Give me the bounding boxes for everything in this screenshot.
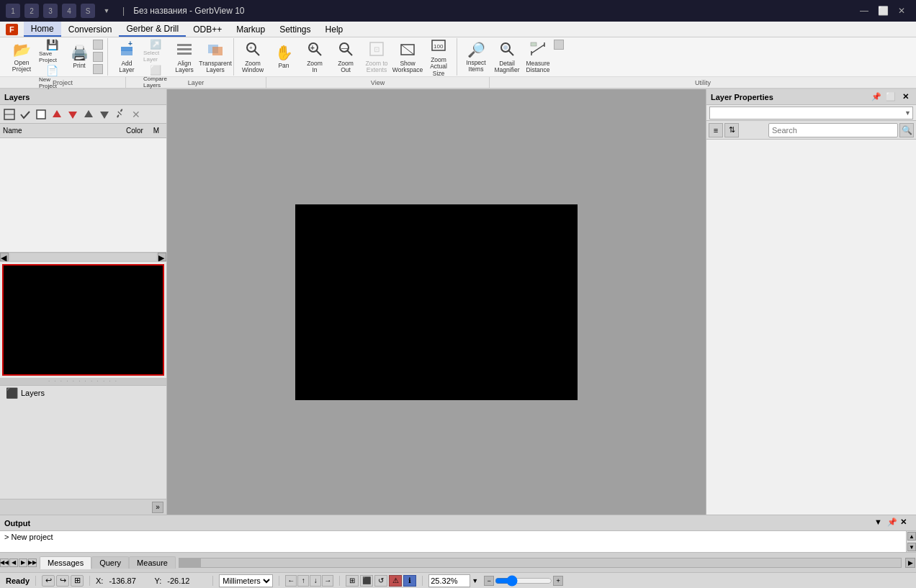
output-nav-last[interactable]: ▶▶ <box>28 558 37 567</box>
zoom-actual-size-button[interactable]: 100 ZoomActual Size <box>423 38 454 76</box>
show-workspace-button[interactable]: ShowWorkspace <box>392 38 423 76</box>
zoom-out-button[interactable]: — ZoomOut <box>331 38 361 76</box>
layer-close-btn[interactable]: ✕ <box>129 107 143 122</box>
rp-list-view-btn[interactable]: ≡ <box>709 123 723 137</box>
menu-conversion[interactable]: Conversion <box>61 22 120 37</box>
save-project-button[interactable]: 💾 Save Project <box>38 38 66 64</box>
output-pin-btn[interactable]: 📌 <box>887 517 899 529</box>
layer-name-header: Name <box>3 127 120 135</box>
detail-magnifier-button[interactable]: DetailMagnifier <box>492 38 522 76</box>
layer-white-box-btn[interactable] <box>34 107 48 122</box>
measure-distance-button[interactable]: MeasureDistance <box>523 38 553 76</box>
tab-measure[interactable]: Measure <box>129 556 176 569</box>
hscroll-left[interactable]: ◀ <box>0 253 9 261</box>
zoom-slider[interactable] <box>495 576 552 586</box>
add-layer-button[interactable]: + AddLayer <box>112 38 142 76</box>
hscroll-end-btn[interactable]: ▶ <box>905 558 915 568</box>
nav-left-btn[interactable]: ← <box>285 575 297 587</box>
layer-list[interactable] <box>0 138 166 252</box>
select-layer-button[interactable]: ↗️ Select Layer <box>143 38 169 63</box>
layer-down-red-btn[interactable] <box>66 107 80 122</box>
project-icon-3[interactable] <box>93 64 103 74</box>
quick-icon-3[interactable]: 3 <box>43 4 58 18</box>
rp-dropdown[interactable]: ▼ <box>709 107 913 119</box>
output-nav-prev[interactable]: ◀ <box>9 558 18 567</box>
vscroll-up[interactable]: ▲ <box>907 532 916 540</box>
menu-markup[interactable]: Markup <box>229 22 272 37</box>
right-panel-title-text: Layer Properties <box>711 93 773 101</box>
pan-button[interactable]: ✋ Pan <box>269 38 299 76</box>
layer-btn[interactable]: ⬛ <box>360 575 373 587</box>
hscroll-track[interactable] <box>10 253 156 261</box>
rp-search-input[interactable] <box>768 123 898 137</box>
layer-check-btn[interactable] <box>18 107 32 122</box>
layer-link-btn[interactable] <box>113 107 127 122</box>
layer-hscroll[interactable]: ◀ ▶ <box>0 252 166 262</box>
zoom-plus-btn[interactable]: + <box>553 576 563 586</box>
output-close-btn[interactable]: ✕ <box>900 517 912 529</box>
project-icon-1[interactable] <box>93 40 103 50</box>
undo-btn[interactable]: ↩ <box>42 575 55 587</box>
expand-button[interactable]: » <box>152 502 163 513</box>
resize-handle[interactable]: · · · · · · · · · · · · <box>0 378 166 385</box>
rp-search-btn[interactable]: 🔍 <box>899 123 914 137</box>
layer-up-btn[interactable] <box>81 107 96 122</box>
output-dropdown-btn[interactable]: ▼ <box>874 517 886 529</box>
output-vscroll[interactable]: ▲ ▼ <box>906 531 916 552</box>
zoom-extents-button[interactable]: ⊡ Zoom toExtents <box>362 38 392 76</box>
layer-all-on-btn[interactable] <box>2 107 17 122</box>
zoom-window-icon: + <box>244 40 261 59</box>
sidebar-item-layers[interactable]: ⬛ Layers <box>0 386 166 400</box>
tab-messages[interactable]: Messages <box>40 556 91 569</box>
align-layers-button[interactable]: AlignLayers <box>169 38 199 76</box>
nav-up-btn[interactable]: ↑ <box>297 575 309 587</box>
grid-btn[interactable]: ⊞ <box>71 575 84 587</box>
hscroll-right[interactable]: ▶ <box>158 253 166 261</box>
transparent-layers-button[interactable]: TransparentLayers <box>200 38 230 76</box>
output-nav-first[interactable]: ◀◀ <box>0 558 9 567</box>
vscroll-track[interactable] <box>907 541 916 542</box>
layer-down-btn[interactable] <box>97 107 112 122</box>
redo-btn[interactable]: ↪ <box>56 575 69 587</box>
output-nav-next[interactable]: ▶ <box>19 558 27 567</box>
zoom-window-button[interactable]: + ZoomWindow <box>238 38 268 76</box>
quick-icon-arrow[interactable]: ▼ <box>99 4 114 18</box>
quick-icon-4[interactable]: 4 <box>62 4 76 18</box>
quick-icon-s[interactable]: S <box>81 4 95 18</box>
output-hscroll[interactable] <box>179 558 902 568</box>
menu-help[interactable]: Help <box>318 22 351 37</box>
error-btn[interactable]: ⚠ <box>389 575 402 587</box>
rp-pin-button[interactable]: 📌 <box>870 91 883 104</box>
info-btn[interactable]: ℹ <box>403 575 416 587</box>
units-select[interactable]: Millimeters Inches <box>219 574 273 587</box>
project-icon-2[interactable] <box>93 52 103 62</box>
menu-odb[interactable]: ODB++ <box>186 22 229 37</box>
grid-snap-btn[interactable]: ⊞ <box>346 575 359 587</box>
nav-down-btn[interactable]: ↓ <box>310 575 321 587</box>
menu-file[interactable]: F <box>0 22 24 37</box>
canvas-area[interactable] <box>167 89 706 515</box>
maximize-button[interactable]: ⬜ <box>874 4 892 18</box>
open-project-button[interactable]: 📂 OpenProject <box>6 38 37 76</box>
rp-sort-btn[interactable]: ⇅ <box>724 123 739 137</box>
rp-close-button[interactable]: ✕ <box>899 91 912 104</box>
quick-icon-1[interactable]: 1 <box>6 4 20 18</box>
vscroll-down[interactable]: ▼ <box>907 543 916 551</box>
zoom-input[interactable] <box>428 574 470 587</box>
print-button[interactable]: 🖨️ Print <box>66 38 92 76</box>
refresh-btn[interactable]: ↺ <box>374 575 387 587</box>
minimize-button[interactable]: — <box>856 4 873 18</box>
tab-query[interactable]: Query <box>91 556 129 569</box>
zoom-minus-btn[interactable]: − <box>484 576 494 586</box>
nav-right-btn[interactable]: → <box>322 575 333 587</box>
utility-extra-btn[interactable] <box>554 40 564 50</box>
menu-home[interactable]: Home <box>24 22 61 37</box>
quick-icon-2[interactable]: 2 <box>24 4 39 18</box>
zoom-in-button[interactable]: + ZoomIn <box>300 38 330 76</box>
menu-gerber-drill[interactable]: Gerber & Drill <box>119 22 186 37</box>
close-button[interactable]: ✕ <box>893 4 910 18</box>
layer-up-red-btn[interactable] <box>50 107 64 122</box>
rp-float-button[interactable]: ⬜ <box>884 91 897 104</box>
inspect-items-button[interactable]: 🔎 InspectItems <box>461 38 491 76</box>
menu-settings[interactable]: Settings <box>272 22 318 37</box>
